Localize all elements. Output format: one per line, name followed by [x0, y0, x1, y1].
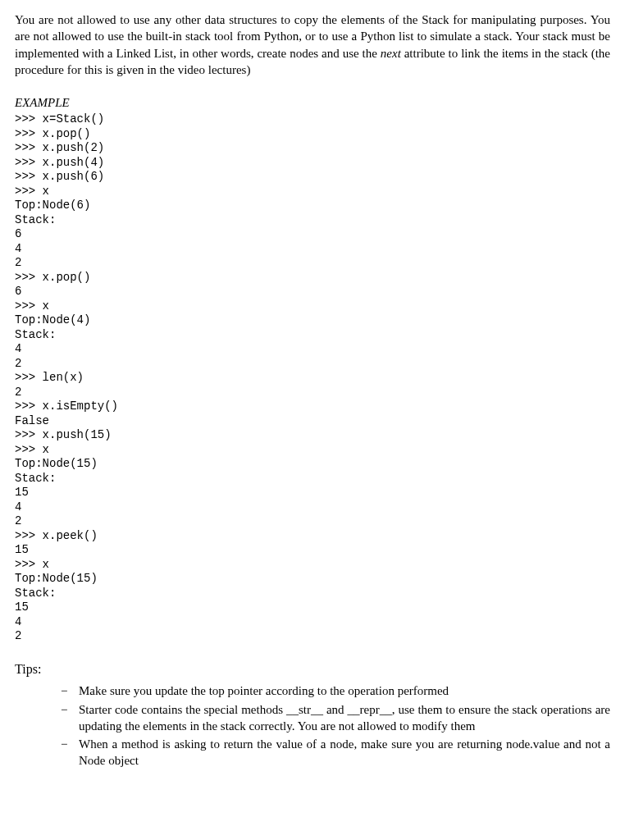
tips-list: Make sure you update the top pointer acc…	[15, 682, 610, 769]
tip-item: When a method is asking to return the va…	[61, 736, 610, 769]
tip-item: Starter code contains the special method…	[61, 701, 610, 735]
intro-paragraph: You are not allowed to use any other dat…	[15, 11, 610, 78]
example-heading: EXAMPLE	[15, 94, 610, 111]
tips-heading: Tips:	[15, 660, 610, 678]
intro-italic: next	[381, 47, 401, 60]
tip-item: Make sure you update the top pointer acc…	[61, 682, 610, 699]
code-example: >>> x=Stack() >>> x.pop() >>> x.push(2) …	[15, 112, 610, 644]
